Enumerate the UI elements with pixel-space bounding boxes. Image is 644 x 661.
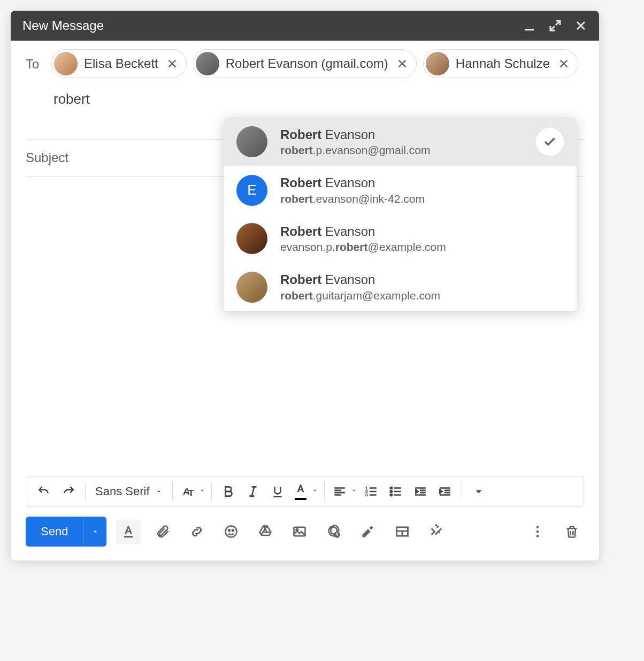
chip-label: Elisa Beckett xyxy=(84,56,158,71)
send-more-button[interactable] xyxy=(83,517,106,547)
italic-button[interactable] xyxy=(242,480,264,503)
autocomplete-email: evanson.p.robert@example.com xyxy=(280,240,446,254)
redo-button[interactable] xyxy=(57,480,80,503)
more-options-button[interactable] xyxy=(525,519,550,544)
autocomplete-item[interactable]: Robert Evanson robert.p.evanson@gmail.co… xyxy=(224,118,577,166)
autocomplete-item[interactable]: E Robert Evanson robert.evanson@ink-42.c… xyxy=(224,166,577,214)
autocomplete-text: Robert Evanson robert.evanson@ink-42.com xyxy=(280,174,425,205)
avatar xyxy=(54,52,78,75)
autocomplete-dropdown: Robert Evanson robert.p.evanson@gmail.co… xyxy=(224,118,577,311)
confidential-mode-button[interactable] xyxy=(321,519,346,544)
remove-chip-icon[interactable] xyxy=(556,56,571,71)
recipient-chip[interactable]: Robert Evanson (gmail.com) xyxy=(193,49,417,78)
recipients-area[interactable]: Elisa Beckett Robert Evanson (gmail.com)… xyxy=(51,49,584,113)
indent-decrease-button[interactable] xyxy=(409,480,432,503)
svg-rect-8 xyxy=(124,536,133,537)
schedule-send-button[interactable] xyxy=(424,519,449,544)
autocomplete-email: robert.guitarjam@example.com xyxy=(280,288,440,303)
chip-label: Hannah Schulze xyxy=(456,56,550,71)
autocomplete-text: Robert Evanson robert.p.evanson@gmail.co… xyxy=(280,126,430,157)
titlebar: New Message xyxy=(11,11,599,41)
svg-point-6 xyxy=(390,490,392,492)
avatar: E xyxy=(236,175,267,206)
to-label: To xyxy=(26,49,43,72)
insert-template-button[interactable] xyxy=(390,519,415,544)
separator xyxy=(85,482,86,501)
autocomplete-name: Robert Evanson xyxy=(280,126,430,143)
bulleted-list-button[interactable] xyxy=(385,480,407,503)
autocomplete-name: Robert Evanson xyxy=(280,174,425,191)
font-size-picker[interactable]: T xyxy=(178,480,206,503)
svg-text:T: T xyxy=(188,488,194,498)
avatar xyxy=(236,126,267,157)
to-row: To Elisa Beckett Robert Evanson (gmail.c… xyxy=(26,49,584,113)
separator xyxy=(172,482,173,501)
avatar xyxy=(426,52,449,75)
undo-button[interactable] xyxy=(33,480,55,503)
autocomplete-text: Robert Evanson robert.guitarjam@example.… xyxy=(280,271,440,302)
svg-text:3: 3 xyxy=(365,493,367,497)
svg-point-17 xyxy=(536,531,539,533)
align-icon xyxy=(330,480,349,503)
svg-rect-0 xyxy=(525,29,534,30)
font-family-label: Sans Serif xyxy=(95,485,150,498)
svg-point-5 xyxy=(390,487,392,489)
fullscreen-button[interactable] xyxy=(549,19,562,32)
close-button[interactable] xyxy=(574,19,587,32)
remove-chip-icon[interactable] xyxy=(165,56,180,71)
recipient-chip[interactable]: Hannah Schulze xyxy=(423,49,578,78)
window-controls xyxy=(523,19,587,32)
avatar xyxy=(236,223,267,254)
svg-point-11 xyxy=(232,529,234,531)
svg-point-13 xyxy=(296,529,298,531)
align-picker[interactable] xyxy=(330,480,358,503)
text-color-icon xyxy=(291,480,310,503)
autocomplete-item[interactable]: Robert Evanson evanson.p.robert@example.… xyxy=(224,214,577,263)
more-formatting-button[interactable] xyxy=(467,480,490,503)
separator xyxy=(462,482,462,501)
autocomplete-name: Robert Evanson xyxy=(280,271,440,288)
send-button[interactable]: Send xyxy=(26,517,83,547)
svg-point-9 xyxy=(226,526,237,537)
underline-button[interactable] xyxy=(266,480,289,503)
avatar xyxy=(236,272,267,303)
autocomplete-email: robert.evanson@ink-42.com xyxy=(280,191,425,206)
minimize-button[interactable] xyxy=(523,19,536,32)
chevron-down-icon xyxy=(155,485,163,498)
remove-chip-icon[interactable] xyxy=(395,56,410,71)
separator xyxy=(324,482,325,501)
attach-file-button[interactable] xyxy=(150,519,175,544)
insert-drive-button[interactable] xyxy=(253,519,278,544)
svg-point-7 xyxy=(390,494,392,496)
insert-emoji-button[interactable] xyxy=(219,519,243,544)
insert-photo-button[interactable] xyxy=(287,519,312,544)
insert-link-button[interactable] xyxy=(185,519,209,544)
discard-draft-button[interactable] xyxy=(559,519,584,544)
autocomplete-item[interactable]: Robert Evanson robert.guitarjam@example.… xyxy=(224,263,577,311)
autocomplete-text: Robert Evanson evanson.p.robert@example.… xyxy=(280,223,446,254)
separator xyxy=(211,482,212,501)
window-title: New Message xyxy=(22,18,104,33)
format-toolbar: Sans Serif T xyxy=(26,476,584,507)
recipient-input[interactable] xyxy=(51,84,229,113)
insert-signature-button[interactable] xyxy=(356,519,380,544)
formatting-options-button[interactable] xyxy=(116,519,141,544)
svg-point-18 xyxy=(536,535,539,537)
svg-point-16 xyxy=(536,526,539,529)
font-size-icon: T xyxy=(178,480,197,503)
action-bar: Send xyxy=(11,517,599,560)
font-family-picker[interactable]: Sans Serif xyxy=(91,485,167,498)
chevron-down-icon xyxy=(198,487,206,496)
numbered-list-button[interactable]: 123 xyxy=(360,480,382,503)
compose-window: New Message To Elisa Beckett xyxy=(11,11,599,560)
autocomplete-name: Robert Evanson xyxy=(280,223,446,240)
chip-label: Robert Evanson (gmail.com) xyxy=(226,56,388,71)
recipient-chip[interactable]: Elisa Beckett xyxy=(51,49,187,78)
svg-point-10 xyxy=(228,529,230,531)
text-color-picker[interactable] xyxy=(291,480,319,503)
autocomplete-email: robert.p.evanson@gmail.com xyxy=(280,143,430,157)
check-icon xyxy=(536,128,564,156)
chevron-down-icon xyxy=(350,487,358,496)
bold-button[interactable] xyxy=(217,480,240,503)
indent-increase-button[interactable] xyxy=(434,480,456,503)
